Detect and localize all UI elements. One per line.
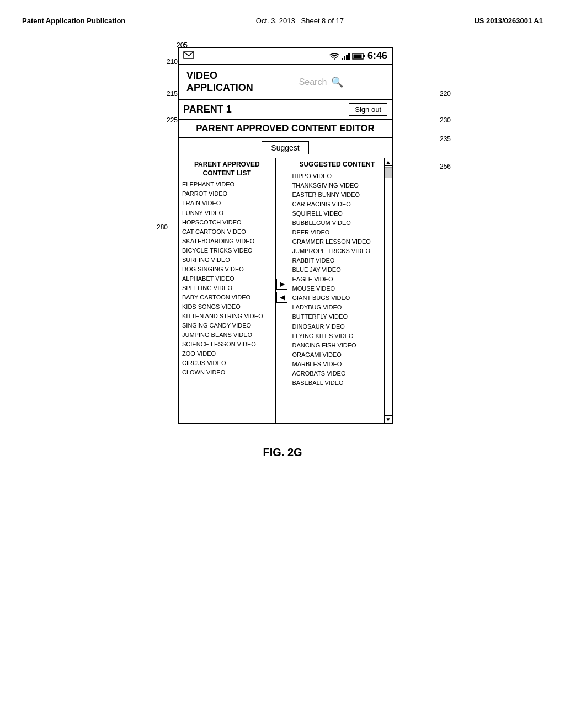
annot-215: 215 xyxy=(167,90,178,98)
list-item: BLUE JAY VIDEO xyxy=(292,265,382,275)
svg-rect-2 xyxy=(363,55,365,57)
scroll-down-button[interactable]: ▼ xyxy=(385,415,392,423)
figure-label: FIG. 2G xyxy=(111,446,454,459)
list-item: CIRCUS VIDEO xyxy=(182,358,272,368)
annot-225: 225 xyxy=(167,116,178,124)
list-item: BICYCLE TRICKS VIDEO xyxy=(182,246,272,255)
list-item: EASTER BUNNY VIDEO xyxy=(292,190,382,200)
patent-number: US 2013/0263001 A1 xyxy=(474,17,543,25)
list-item: ACROBATS VIDEO xyxy=(292,369,382,378)
annot-210: 210 xyxy=(167,58,178,66)
list-item: DEER VIDEO xyxy=(292,228,382,237)
patent-title: Patent Application Publication xyxy=(22,17,125,25)
list-item: DOG SINGING VIDEO xyxy=(182,265,272,274)
diagram-area: 205 210 215 220 225 230 235 256 257 258 … xyxy=(22,36,543,470)
annot-220: 220 xyxy=(440,90,451,98)
right-content-list: HIPPO VIDEOTHANKSGIVING VIDEOEASTER BUNN… xyxy=(292,172,382,388)
status-left-area xyxy=(183,51,194,61)
status-bar: 6:46 xyxy=(179,48,392,65)
list-item: JUMPROPE TRICKS VIDEO xyxy=(292,247,382,256)
list-item: ELEPHANT VIDEO xyxy=(182,180,272,189)
list-item: SURFING VIDEO xyxy=(182,255,272,265)
list-item: MOUSE VIDEO xyxy=(292,284,382,293)
list-item: SCIENCE LESSON VIDEO xyxy=(182,340,272,349)
list-item: RABBIT VIDEO xyxy=(292,256,382,265)
list-item: CAR RACING VIDEO xyxy=(292,200,382,209)
right-column: SUGGESTED CONTENT HIPPO VIDEOTHANKSGIVIN… xyxy=(289,158,392,423)
list-item: CAT CARTOON VIDEO xyxy=(182,227,272,237)
right-column-header: SUGGESTED CONTENT xyxy=(292,160,382,169)
app-title: VIDEO APPLICATION xyxy=(186,70,252,94)
list-item: EAGLE VIDEO xyxy=(292,275,382,284)
list-item: THANKSGIVING VIDEO xyxy=(292,181,382,190)
list-item: KIDS SONGS VIDEO xyxy=(182,302,272,312)
list-item: MARBLES VIDEO xyxy=(292,360,382,369)
patent-date: Oct. 3, 2013 Sheet 8 of 17 xyxy=(256,17,344,25)
list-item: TRAIN VIDEO xyxy=(182,199,272,208)
list-item: PARROT VIDEO xyxy=(182,189,272,199)
editor-title: PARENT APPROVED CONTENT EDITOR xyxy=(179,120,392,138)
user-name: PARENT 1 xyxy=(183,104,232,115)
status-time: 6:46 xyxy=(367,50,387,62)
status-right-area: 6:46 xyxy=(329,50,387,62)
user-row: PARENT 1 Sign out xyxy=(179,100,392,120)
app-title-box: VIDEO APPLICATION xyxy=(183,68,255,96)
list-item: SINGING CANDY VIDEO xyxy=(182,321,272,330)
scrollbar[interactable]: ▲ ▼ xyxy=(384,158,392,423)
left-column: PARENT APPROVED CONTENT LIST ELEPHANT VI… xyxy=(179,158,276,423)
list-item: FLYING KITES VIDEO xyxy=(292,331,382,341)
move-left-button[interactable]: ◀ xyxy=(276,292,287,303)
annot-256: 256 xyxy=(440,163,451,170)
list-item: SPELLING VIDEO xyxy=(182,283,272,293)
annot-235: 235 xyxy=(440,135,451,143)
battery-icon xyxy=(352,52,365,60)
sign-out-button[interactable]: Sign out xyxy=(349,103,387,116)
suggest-button[interactable]: Suggest xyxy=(262,141,308,154)
scroll-up-button[interactable]: ▲ xyxy=(385,158,392,166)
list-item: HIPPO VIDEO xyxy=(292,172,382,181)
list-item: BUTTERFLY VIDEO xyxy=(292,312,382,322)
list-item: JUMPING BEANS VIDEO xyxy=(182,330,272,340)
list-item: SQUIRELL VIDEO xyxy=(292,209,382,218)
patent-header: Patent Application Publication Oct. 3, 2… xyxy=(22,11,543,36)
app-header: VIDEO APPLICATION Search 🔍 xyxy=(179,65,392,100)
list-item: DANCING FISH VIDEO xyxy=(292,341,382,350)
list-item: ORAGAMI VIDEO xyxy=(292,350,382,360)
left-column-header: PARENT APPROVED CONTENT LIST xyxy=(182,160,272,178)
list-item: CLOWN VIDEO xyxy=(182,368,272,377)
content-area: PARENT APPROVED CONTENT LIST ELEPHANT VI… xyxy=(179,158,392,423)
list-item: GRAMMER LESSON VIDEO xyxy=(292,237,382,247)
search-icon: 🔍 xyxy=(331,76,343,88)
left-content-list: ELEPHANT VIDEOPARROT VIDEOTRAIN VIDEOFUN… xyxy=(182,180,272,377)
arrows-column: ▶ ◀ xyxy=(276,158,289,423)
page-container: Patent Application Publication Oct. 3, 2… xyxy=(0,0,565,728)
list-item: ALPHABET VIDEO xyxy=(182,274,272,283)
wifi-icon xyxy=(329,52,339,60)
list-item: ZOO VIDEO xyxy=(182,349,272,358)
list-item: LADYBUG VIDEO xyxy=(292,303,382,312)
list-item: BASEBALL VIDEO xyxy=(292,378,382,388)
list-item: BABY CARTOON VIDEO xyxy=(182,293,272,302)
list-item: FUNNY VIDEO xyxy=(182,208,272,218)
annot-230: 230 xyxy=(440,116,451,124)
phone-mockup: 6:46 VIDEO APPLICATION Search 🔍 PARENT 1 xyxy=(178,47,393,424)
list-item: SKATEBOARDING VIDEO xyxy=(182,237,272,246)
search-placeholder: Search xyxy=(299,77,327,87)
search-area[interactable]: Search 🔍 xyxy=(255,76,387,88)
diagram-wrapper: 205 210 215 220 225 230 235 256 257 258 … xyxy=(111,47,454,459)
list-item: GIANT BUGS VIDEO xyxy=(292,293,382,303)
signal-bars-icon xyxy=(342,52,350,60)
list-item: HOPSCOTCH VIDEO xyxy=(182,218,272,227)
scroll-thumb[interactable] xyxy=(385,167,392,178)
list-item: KITTEN AND STRING VIDEO xyxy=(182,312,272,321)
list-item: BUBBLEGUM VIDEO xyxy=(292,218,382,228)
move-right-button[interactable]: ▶ xyxy=(276,279,287,290)
annot-280: 280 xyxy=(157,223,168,231)
svg-rect-3 xyxy=(353,54,361,58)
message-icon xyxy=(183,51,194,59)
suggest-row: Suggest xyxy=(179,138,392,158)
list-item: DINOSAUR VIDEO xyxy=(292,322,382,331)
